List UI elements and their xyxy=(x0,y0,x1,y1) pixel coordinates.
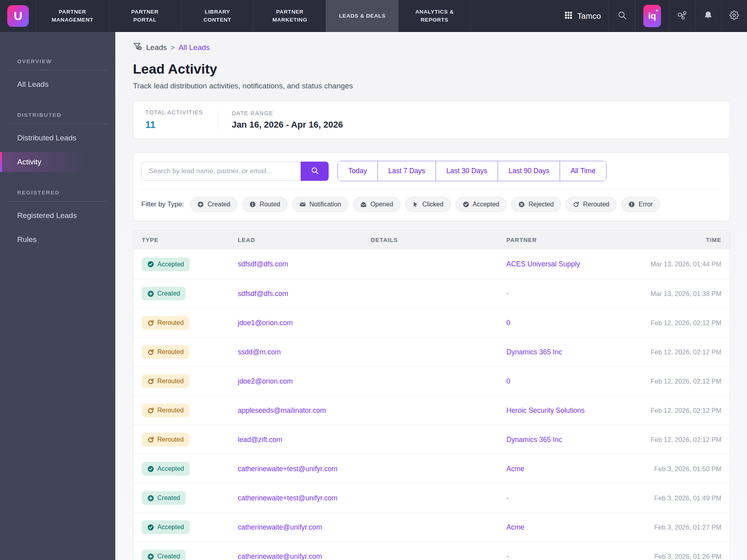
filter-chip-rejected[interactable]: Rejected xyxy=(511,197,561,212)
activity-type-badge: Accepted xyxy=(142,520,190,534)
gear-icon xyxy=(729,10,739,22)
filter-chip-routed[interactable]: Routed xyxy=(242,197,287,212)
stat-range-label: DATE RANGE xyxy=(232,110,343,116)
time-filter-last-7-days[interactable]: Last 7 Days xyxy=(378,161,436,181)
lead-link[interactable]: catherinewaite@unifyr.com xyxy=(238,552,322,560)
workspace-switcher[interactable]: Tamco xyxy=(556,0,609,32)
tab-analytics-reports[interactable]: ANALYTICS & REPORTS xyxy=(398,0,471,32)
info-circle-icon xyxy=(249,201,256,208)
partner-link[interactable]: Heroic Security Solutions xyxy=(506,406,585,414)
filter-chip-error[interactable]: Error xyxy=(621,197,660,212)
settings-button[interactable] xyxy=(721,0,747,32)
redo-icon xyxy=(147,378,154,385)
filter-chip-clicked[interactable]: Clicked xyxy=(405,197,450,212)
partner-link[interactable]: Acme xyxy=(506,465,524,473)
filter-chip-accepted[interactable]: Accepted xyxy=(456,197,507,212)
integrations-button[interactable] xyxy=(669,0,695,32)
lead-link[interactable]: jdoe1@orion.com xyxy=(238,319,293,327)
partner-link[interactable]: Dynamics 365 Inc xyxy=(506,348,562,356)
tab-leads-deals[interactable]: LEADS & DEALS xyxy=(326,0,398,32)
partner-empty: - xyxy=(506,494,509,502)
type-cell: Rerouted xyxy=(142,345,238,359)
table-row: Rerouted jdoe1@orion.com 0 Feb 12, 2026,… xyxy=(133,308,730,337)
tab-partner-marketing[interactable]: PARTNER MARKETING xyxy=(253,0,326,32)
sidebar-item-registered-leads[interactable]: Registered Leads xyxy=(0,206,115,226)
row-time: Feb 3, 2026, 01:50 PM xyxy=(629,465,721,473)
partner-link[interactable]: 0 xyxy=(506,319,510,327)
tab-library-content[interactable]: LIBRARY CONTENT xyxy=(181,0,253,32)
lead-link[interactable]: ssdd@m.com xyxy=(238,348,281,356)
stat-total-value: 11 xyxy=(145,119,203,130)
column-header-time: TIME xyxy=(629,237,721,243)
sidebar-section-header: REGISTERED xyxy=(0,190,115,201)
time-filter-all-time[interactable]: All Time xyxy=(560,161,606,181)
partner-empty: - xyxy=(506,290,509,298)
sitemap-icon xyxy=(677,10,687,22)
activity-type-badge: Created xyxy=(142,287,186,300)
table-row: Accepted catherinewaite+test@unifyr.com … xyxy=(133,454,730,483)
tab-partner-management[interactable]: PARTNER MANAGEMENT xyxy=(36,0,108,32)
search-input[interactable] xyxy=(141,162,301,181)
activity-type-badge: Rerouted xyxy=(142,316,189,330)
search-submit-button[interactable] xyxy=(301,162,329,181)
badge-label: Accepted xyxy=(157,261,184,268)
time-filter-today[interactable]: Today xyxy=(338,161,378,181)
table-row: Created sdfsdf@dfs.com - Mar 13, 2026, 0… xyxy=(133,279,730,308)
partner-link[interactable]: ACES Universal Supply xyxy=(506,260,580,268)
filter-chip-notification[interactable]: Notification xyxy=(292,197,348,212)
type-cell: Accepted xyxy=(142,258,238,271)
type-cell: Created xyxy=(142,550,238,560)
lead-link[interactable]: sdfsdf@dfs.com xyxy=(238,260,288,268)
filter-chip-created[interactable]: Created xyxy=(190,197,237,212)
row-time: Mar 13, 2026, 01:44 PM xyxy=(629,260,721,268)
sidebar-item-rules[interactable]: Rules xyxy=(0,230,115,250)
column-header-details: DETAILS xyxy=(371,237,506,243)
lead-link[interactable]: appleseeds@mailinator.com xyxy=(238,406,326,414)
search-button[interactable] xyxy=(609,0,635,32)
type-cell: Created xyxy=(142,287,238,300)
check-circle-icon xyxy=(147,261,154,268)
lead-cell: lead@zift.com xyxy=(238,436,371,444)
tab-partner-portal[interactable]: PARTNER PORTAL xyxy=(108,0,181,32)
lead-link[interactable]: catherinewaite+test@unifyr.com xyxy=(238,465,337,473)
sidebar-item-distributed-leads[interactable]: Distributed Leads xyxy=(0,128,115,148)
lead-cell: jdoe1@orion.com xyxy=(238,319,371,327)
lead-cell: catherinewaite+test@unifyr.com xyxy=(238,494,371,502)
partner-link[interactable]: Dynamics 365 Inc xyxy=(506,436,562,444)
row-time: Feb 3, 2026, 01:27 PM xyxy=(629,524,721,531)
lead-link[interactable]: catherinewaite+test@unifyr.com xyxy=(238,494,337,502)
sidebar-item-label: Rules xyxy=(17,235,37,244)
lead-link[interactable]: catherinewaite@unifyr.com xyxy=(238,523,322,531)
lead-cell: catherinewaite+test@unifyr.com xyxy=(238,465,371,473)
sidebar-section-overview: OVERVIEW All Leads xyxy=(0,58,115,94)
sidebar-item-all-leads[interactable]: All Leads xyxy=(0,74,115,94)
time-filter-last-90-days[interactable]: Last 90 Days xyxy=(498,161,560,181)
type-cell: Rerouted xyxy=(142,404,238,417)
iq-assistant-button[interactable]: iq ✦ xyxy=(635,0,669,32)
lead-link[interactable]: lead@zift.com xyxy=(238,436,282,444)
app-logo[interactable]: U xyxy=(0,0,36,32)
breadcrumb-root[interactable]: Leads xyxy=(146,43,167,52)
sidebar-item-label: Registered Leads xyxy=(17,211,77,220)
breadcrumb-current[interactable]: All Leads xyxy=(179,43,210,52)
lead-link[interactable]: jdoe2@orion.com xyxy=(238,377,293,385)
notifications-button[interactable] xyxy=(695,0,721,32)
filter-chip-label: Created xyxy=(207,201,230,208)
sidebar: OVERVIEW All Leads DISTRIBUTED Distribut… xyxy=(0,32,115,560)
time-filter-last-30-days[interactable]: Last 30 Days xyxy=(436,161,498,181)
main-content: $ Leads > All Leads Lead Activity Track … xyxy=(115,32,747,560)
filter-chip-opened[interactable]: Opened xyxy=(353,197,400,212)
lead-cell: sdfsdf@dfs.com xyxy=(238,260,371,268)
sidebar-item-label: Activity xyxy=(17,158,41,166)
activity-type-badge: Rerouted xyxy=(142,345,189,359)
nav-tab-label: LEADS & DEALS xyxy=(339,12,386,20)
search-icon xyxy=(311,166,319,176)
sidebar-item-activity[interactable]: Activity xyxy=(0,152,115,172)
lead-link[interactable]: sdfsdf@dfs.com xyxy=(238,290,288,298)
partner-cell: - xyxy=(506,290,629,298)
filter-chip-rerouted[interactable]: Rerouted xyxy=(566,197,616,212)
partner-link[interactable]: Acme xyxy=(506,523,524,531)
partner-link[interactable]: 0 xyxy=(506,377,510,385)
badge-label: Rerouted xyxy=(157,348,184,356)
navbar-right: Tamco iq ✦ xyxy=(556,0,747,32)
